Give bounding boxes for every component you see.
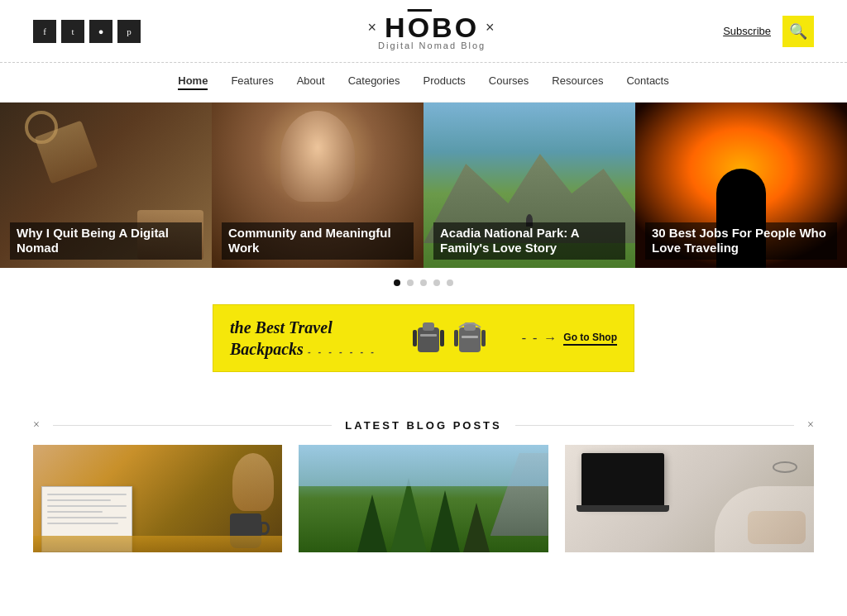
facebook-icon[interactable]: f <box>33 20 56 43</box>
ad-banner[interactable]: the Best Travel Backpacks - - - - - - - <box>213 304 634 372</box>
header-right: Subscribe 🔍 <box>723 16 814 47</box>
svg-rect-9 <box>481 330 486 346</box>
dot-4[interactable] <box>433 279 440 286</box>
logo-text: HOBO <box>385 12 479 44</box>
dot-5[interactable] <box>447 279 453 286</box>
dot-3[interactable] <box>420 279 427 286</box>
ad-bags <box>411 318 487 359</box>
backpack-icon-2 <box>452 318 487 359</box>
slide-4[interactable]: 30 Best Jobs For People Who Love Traveli… <box>635 103 847 268</box>
navigation: Home Features About Categories Products … <box>0 63 847 103</box>
logo-x-left: × <box>368 19 379 36</box>
blog-posts-grid <box>0 445 847 569</box>
slide-3-title: Acadia National Park: A Family's Love St… <box>433 222 625 260</box>
nav-item-home[interactable]: Home <box>178 74 208 90</box>
section-header: × LATEST BLOG POSTS × <box>0 405 847 445</box>
instagram-icon[interactable]: ● <box>89 20 112 43</box>
nav-item-courses[interactable]: Courses <box>489 74 529 90</box>
backpack-icon-1 <box>411 318 446 359</box>
blog-card-3[interactable] <box>565 445 814 552</box>
header: f t ● p × HOBO × Digital Nomad Blog Subs… <box>0 0 847 63</box>
svg-rect-4 <box>440 330 444 346</box>
ad-text: the Best Travel Backpacks - - - - - - - <box>230 317 376 360</box>
hero-slider: Why I Quit Being A Digital Nomad Communi… <box>0 103 847 268</box>
slide-2[interactable]: Community and Meaningful Work <box>212 103 424 268</box>
svg-rect-8 <box>454 330 458 346</box>
social-icons: f t ● p <box>33 20 141 43</box>
search-icon: 🔍 <box>789 22 807 41</box>
ad-cta-text: Go to Shop <box>563 332 617 346</box>
dot-1[interactable] <box>394 279 400 286</box>
dot-2[interactable] <box>407 279 414 286</box>
search-button[interactable]: 🔍 <box>782 16 814 47</box>
blog-card-1[interactable] <box>33 445 282 552</box>
svg-rect-1 <box>423 322 434 331</box>
section-line-left <box>53 425 332 426</box>
svg-rect-7 <box>462 336 478 338</box>
slide-1-overlay: Why I Quit Being A Digital Nomad <box>0 214 212 269</box>
logo-x-right: × <box>486 19 496 36</box>
subscribe-button[interactable]: Subscribe <box>723 25 771 37</box>
nav-item-resources[interactable]: Resources <box>552 74 603 90</box>
svg-rect-2 <box>420 334 437 337</box>
slide-3-overlay: Acadia National Park: A Family's Love St… <box>424 214 635 269</box>
nav-item-features[interactable]: Features <box>231 74 273 90</box>
slide-2-title: Community and Meaningful Work <box>222 222 414 260</box>
slide-4-overlay: 30 Best Jobs For People Who Love Traveli… <box>635 214 847 269</box>
slide-2-overlay: Community and Meaningful Work <box>212 214 424 269</box>
slide-4-title: 30 Best Jobs For People Who Love Traveli… <box>645 222 837 260</box>
svg-rect-3 <box>413 330 417 346</box>
slide-1[interactable]: Why I Quit Being A Digital Nomad <box>0 103 212 268</box>
nav-item-categories[interactable]: Categories <box>348 74 400 90</box>
twitter-icon[interactable]: t <box>61 20 84 43</box>
blog-card-2[interactable] <box>299 445 548 552</box>
nav-item-about[interactable]: About <box>297 74 325 90</box>
section-x-left: × <box>33 418 40 432</box>
slider-dots <box>0 268 847 298</box>
nav-item-products[interactable]: Products <box>424 74 466 90</box>
svg-rect-5 <box>459 327 481 352</box>
pinterest-icon[interactable]: p <box>117 20 141 43</box>
slide-1-title: Why I Quit Being A Digital Nomad <box>10 222 202 260</box>
section-title: LATEST BLOG POSTS <box>345 419 501 432</box>
logo-subtitle: Digital Nomad Blog <box>368 41 496 50</box>
nav-item-contacts[interactable]: Contacts <box>626 74 668 90</box>
svg-rect-0 <box>418 327 439 352</box>
logo: × HOBO × Digital Nomad Blog <box>368 12 496 50</box>
section-x-right: × <box>807 418 814 432</box>
slide-3[interactable]: Acadia National Park: A Family's Love St… <box>424 103 635 268</box>
section-line-right <box>515 425 794 426</box>
